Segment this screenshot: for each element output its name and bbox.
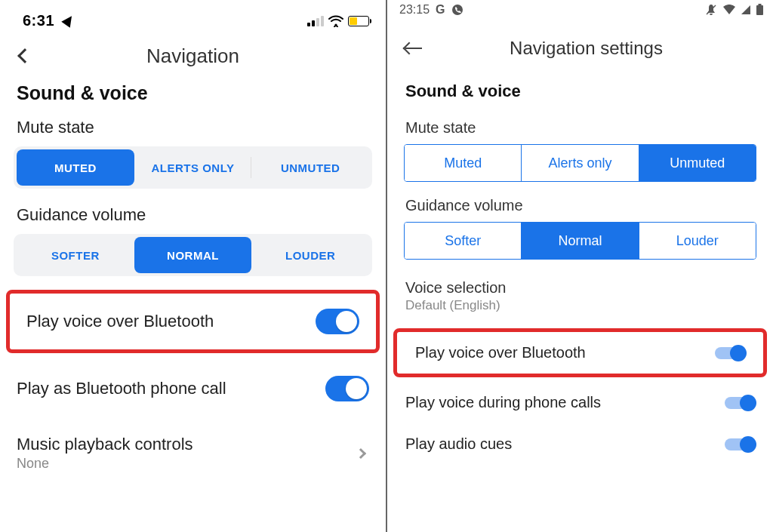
back-arrow-icon[interactable] bbox=[405, 48, 422, 49]
ios-time: 6:31 bbox=[23, 12, 74, 29]
play-bt-label: Play voice over Bluetooth bbox=[415, 344, 586, 361]
wifi-icon bbox=[328, 15, 343, 27]
mute-option-muted[interactable]: Muted bbox=[405, 145, 522, 181]
ios-nav-header: Navigation bbox=[0, 37, 386, 79]
play-as-call-toggle[interactable] bbox=[325, 376, 369, 401]
cellular-signal-icon bbox=[307, 16, 324, 26]
guidance-volume-label: Guidance volume bbox=[387, 197, 773, 222]
location-arrow-icon bbox=[61, 13, 75, 27]
chevron-right-icon bbox=[356, 447, 366, 458]
mute-option-alerts[interactable]: ALERTS ONLY bbox=[134, 149, 252, 186]
mute-state-segment: Muted Alerts only Unmuted bbox=[404, 144, 756, 182]
guidance-volume-segment: Softer Normal Louder bbox=[404, 222, 756, 260]
play-bt-label: Play voice over Bluetooth bbox=[26, 312, 214, 331]
guidance-option-normal[interactable]: NORMAL bbox=[134, 237, 252, 273]
mute-option-muted[interactable]: MUTED bbox=[17, 149, 134, 186]
music-label: Music playback controls bbox=[17, 435, 193, 454]
ios-phone: 6:31 Navigation Sound & voice Mute state… bbox=[0, 0, 387, 532]
guidance-option-louder[interactable]: Louder bbox=[639, 223, 756, 259]
voice-selection-label: Voice selection bbox=[405, 279, 755, 297]
ios-time-text: 6:31 bbox=[23, 12, 54, 29]
android-status-bar: 23:15 G bbox=[387, 0, 773, 21]
android-time: 23:15 bbox=[399, 3, 430, 17]
phone-notification-icon bbox=[451, 4, 463, 16]
guidance-option-softer[interactable]: SOFTER bbox=[17, 237, 134, 273]
ios-status-icons bbox=[307, 15, 369, 27]
row-music-playback[interactable]: Music playback controls None bbox=[0, 417, 386, 487]
row-voice-selection[interactable]: Voice selection Default (English) bbox=[387, 275, 773, 327]
wifi-icon bbox=[722, 5, 736, 15]
svg-point-1 bbox=[452, 5, 463, 15]
play-bt-toggle[interactable] bbox=[715, 347, 745, 359]
highlight-play-voice-bluetooth: Play voice over Bluetooth bbox=[6, 290, 380, 353]
svg-rect-3 bbox=[756, 5, 763, 15]
page-title: Navigation settings bbox=[413, 38, 759, 59]
guidance-option-louder[interactable]: LOUDER bbox=[251, 237, 369, 273]
mute-option-unmuted[interactable]: UNMUTED bbox=[251, 149, 369, 186]
guidance-volume-segment: SOFTER NORMAL LOUDER bbox=[14, 234, 372, 276]
voice-selection-value: Default (English) bbox=[405, 298, 755, 313]
play-during-calls-toggle[interactable] bbox=[725, 397, 755, 409]
row-play-as-call[interactable]: Play as Bluetooth phone call bbox=[0, 361, 386, 417]
play-during-calls-label: Play voice during phone calls bbox=[405, 394, 601, 411]
cellular-signal-icon bbox=[741, 5, 751, 15]
mute-state-label: Mute state bbox=[0, 115, 386, 146]
play-bt-toggle[interactable] bbox=[316, 309, 359, 334]
row-play-audio-cues[interactable]: Play audio cues bbox=[387, 423, 773, 465]
play-as-call-label: Play as Bluetooth phone call bbox=[17, 379, 226, 398]
battery-icon bbox=[756, 4, 764, 16]
svg-rect-4 bbox=[759, 4, 762, 5]
highlight-play-voice-bluetooth: Play voice over Bluetooth bbox=[393, 328, 767, 377]
guidance-option-softer[interactable]: Softer bbox=[405, 223, 522, 259]
android-phone: 23:15 G Navigation se bbox=[387, 0, 773, 532]
google-g-icon: G bbox=[436, 3, 445, 17]
row-play-during-calls[interactable]: Play voice during phone calls bbox=[387, 382, 773, 423]
mute-option-unmuted[interactable]: Unmuted bbox=[639, 145, 756, 181]
row-play-voice-bluetooth[interactable]: Play voice over Bluetooth bbox=[10, 294, 376, 349]
do-not-disturb-icon bbox=[704, 3, 718, 17]
guidance-volume-label: Guidance volume bbox=[0, 202, 386, 234]
play-audio-cues-label: Play audio cues bbox=[405, 435, 512, 453]
battery-icon bbox=[348, 16, 369, 26]
svg-point-0 bbox=[334, 23, 337, 26]
row-play-voice-bluetooth[interactable]: Play voice over Bluetooth bbox=[397, 332, 763, 374]
play-audio-cues-toggle[interactable] bbox=[725, 438, 755, 451]
page-title: Navigation bbox=[0, 45, 386, 68]
mute-option-alerts[interactable]: Alerts only bbox=[522, 145, 639, 181]
music-value: None bbox=[17, 456, 193, 472]
ios-status-bar: 6:31 bbox=[0, 0, 386, 37]
section-sound-voice: Sound & voice bbox=[0, 79, 386, 115]
mute-state-label: Mute state bbox=[387, 119, 773, 144]
android-nav-header: Navigation settings bbox=[387, 21, 773, 81]
mute-state-segment: MUTED ALERTS ONLY UNMUTED bbox=[14, 146, 372, 189]
section-sound-voice: Sound & voice bbox=[387, 81, 773, 119]
guidance-option-normal[interactable]: Normal bbox=[522, 223, 639, 259]
